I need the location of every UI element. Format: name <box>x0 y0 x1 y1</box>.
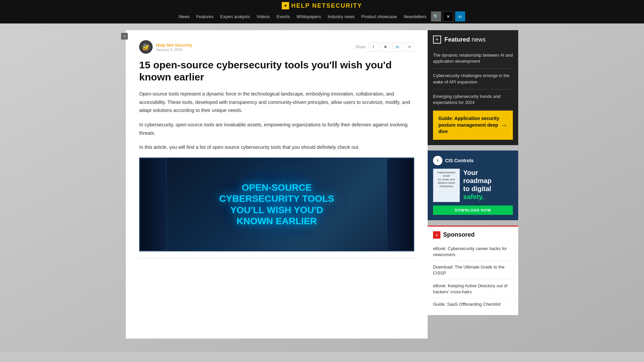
top-bar: + HELP NETSECURITY News Features Expert … <box>0 0 644 23</box>
nav-newsletters[interactable]: Newsletters <box>404 14 426 19</box>
featured-news-box: + Featured news The dynamic relationship… <box>428 30 518 145</box>
featured-item-1[interactable]: The dynamic relationship between AI and … <box>433 48 513 69</box>
sponsored-item-3[interactable]: eBook: Keeping Active Directory out of h… <box>433 280 513 298</box>
guide-box[interactable]: Guide: Application security posture mana… <box>433 111 513 140</box>
featured-plus-icon: + <box>433 36 441 44</box>
featured-item-3[interactable]: Emerging cybersecurity trends and expect… <box>433 89 513 110</box>
article-paragraph-3: In this article, you will find a list of… <box>139 143 414 152</box>
article-hero-image: OPEN-SOURCE CYBERSECURITY TOOLS YOU'LL W… <box>139 158 414 251</box>
featured-header: + Featured news <box>433 36 513 44</box>
featured-item-2[interactable]: Cybersecurity challenges emerge in the w… <box>433 69 513 89</box>
cis-ad-box[interactable]: i CIS Controls Implementation Guide for … <box>428 150 518 220</box>
nav-features[interactable]: Features <box>196 14 213 19</box>
article-card: × 🔐 Help Net Security January 4, 2024 Sh… <box>126 30 428 339</box>
guide-box-text: Guide: Application security posture mana… <box>438 115 501 135</box>
author-block: 🔐 Help Net Security January 4, 2024 <box>139 40 192 54</box>
nav-whitepapers[interactable]: Whitepapers <box>297 14 321 19</box>
image-door-right <box>387 158 414 251</box>
share-linkedin-button[interactable]: in <box>393 42 402 52</box>
linkedin-button[interactable]: in <box>455 11 465 21</box>
ad-tagline: Your roadmap to digital safety. <box>463 169 491 201</box>
main-nav: News Features Expert analysis Videos Eve… <box>179 14 427 19</box>
article-title: 15 open-source cybersecurity tools you'l… <box>139 59 414 83</box>
article-body: Open-source tools represent a dynamic fo… <box>139 90 414 152</box>
nav-news[interactable]: News <box>179 14 190 19</box>
logo-text: HELP NETSECURITY <box>291 2 362 9</box>
ad-header: i CIS Controls <box>433 156 513 165</box>
page-wrap: × 🔐 Help Net Security January 4, 2024 Sh… <box>0 23 644 352</box>
nav-icon-group: 🔍 ✕ in <box>431 11 465 21</box>
main-columns: × 🔐 Help Net Security January 4, 2024 Sh… <box>126 30 518 339</box>
sponsored-plus-icon: + <box>433 231 440 239</box>
logo-plus-icon: + <box>282 2 289 9</box>
article-paragraph-1: Open-source tools represent a dynamic fo… <box>139 90 414 115</box>
sponsored-header: + Sponsored <box>433 231 513 239</box>
nav-product-showcase[interactable]: Product showcase <box>361 14 397 19</box>
image-overlay-text: OPEN-SOURCE CYBERSECURITY TOOLS YOU'LL W… <box>219 182 334 227</box>
sponsored-item-1[interactable]: eBook: Cybersecurity career hacks for ne… <box>433 243 513 261</box>
sponsored-item-2[interactable]: Download: The Ultimate Guide to the CISS… <box>433 261 513 280</box>
site-logo[interactable]: + HELP NETSECURITY <box>282 2 362 9</box>
close-button[interactable]: × <box>121 33 128 40</box>
avatar: 🔐 <box>139 40 153 54</box>
sponsored-item-4[interactable]: Guide: SaaS Offboarding Checklist <box>433 298 513 310</box>
share-block: Share f ✕ in ✉ <box>355 42 414 52</box>
cis-logo: i <box>433 156 442 165</box>
share-facebook-button[interactable]: f <box>369 42 378 52</box>
nav-industry-news[interactable]: Industry news <box>328 14 355 19</box>
featured-title: Featured news <box>444 36 486 43</box>
author-info: Help Net Security January 4, 2024 <box>156 43 192 52</box>
ad-title: CIS Controls <box>445 158 474 163</box>
ad-document-preview: Implementation Guide for Small- and Medi… <box>433 169 460 202</box>
article-date: January 4, 2024 <box>156 48 192 52</box>
image-door-left <box>140 158 167 251</box>
guide-arrow-icon: → <box>501 121 507 129</box>
nav-videos[interactable]: Videos <box>257 14 270 19</box>
ad-body: Implementation Guide for Small- and Medi… <box>433 169 513 202</box>
search-button[interactable]: 🔍 <box>431 11 441 21</box>
share-email-button[interactable]: ✉ <box>405 42 414 52</box>
x-twitter-button[interactable]: ✕ <box>443 11 453 21</box>
avatar-inner: 🔐 <box>140 41 152 53</box>
nav-expert-analysis[interactable]: Expert analysis <box>220 14 250 19</box>
author-name-link[interactable]: Help Net Security <box>156 43 192 48</box>
right-sidebar: + Featured news The dynamic relationship… <box>428 30 518 339</box>
ad-download-button[interactable]: DOWNLOAD NOW <box>433 205 513 215</box>
share-label: Share <box>355 45 366 49</box>
logo-net: NET <box>312 2 326 9</box>
article-divider <box>139 258 414 258</box>
nav-events[interactable]: Events <box>276 14 290 19</box>
sponsored-box: + Sponsored eBook: Cybersecurity career … <box>428 226 518 315</box>
share-twitter-button[interactable]: ✕ <box>381 42 390 52</box>
article-meta: 🔐 Help Net Security January 4, 2024 Shar… <box>139 40 414 54</box>
article-paragraph-2: In cybersecurity, open-source tools are … <box>139 121 414 137</box>
sponsored-title: Sponsored <box>443 231 475 238</box>
